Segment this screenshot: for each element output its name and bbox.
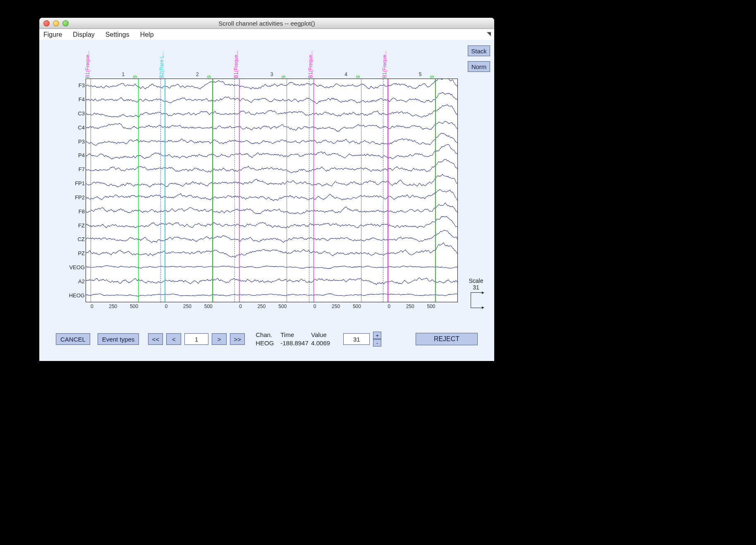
event-line[interactable]	[138, 79, 139, 302]
channel-label-f4[interactable]: F4	[79, 96, 85, 103]
x-tick: 250	[406, 304, 414, 309]
channel-label-f8[interactable]: F8	[79, 208, 85, 215]
wave-c3[interactable]	[86, 105, 457, 117]
wave-pz[interactable]	[86, 243, 457, 257]
reject-button[interactable]: REJECT	[416, 333, 478, 345]
event-line[interactable]	[435, 79, 436, 302]
minimize-icon[interactable]	[53, 20, 59, 26]
amp-minus-button[interactable]: -	[373, 339, 381, 347]
epoch-boundary	[383, 79, 384, 302]
event-9-label: 9	[206, 75, 212, 78]
x-tick: 0	[388, 304, 390, 309]
wave-fp1[interactable]	[86, 174, 457, 187]
wave-f4[interactable]	[86, 92, 457, 103]
channel-label-a2[interactable]: A2	[78, 278, 85, 284]
norm-button[interactable]: Norm	[468, 61, 490, 72]
epoch-number: 2	[196, 72, 199, 77]
scale-label: Scale	[466, 277, 486, 284]
x-tick: 0	[239, 304, 242, 309]
cancel-button[interactable]: CANCEL	[56, 333, 90, 345]
bottom-toolbar: CANCEL Event types << < 1 > >> Chan. Tim…	[39, 325, 494, 354]
menu-help[interactable]: Help	[140, 31, 154, 38]
channel-label-fp1[interactable]: FP1	[75, 180, 85, 186]
channel-label-p4[interactable]: P4	[78, 152, 85, 158]
nav-prev-button[interactable]: <	[166, 333, 181, 345]
menu-settings[interactable]: Settings	[105, 31, 129, 38]
window-title: Scroll channel activities -- eegplot()	[39, 20, 494, 27]
amplitude-input[interactable]: 31	[343, 333, 370, 345]
epoch-boundary	[234, 79, 235, 302]
info-time: -188.8947	[280, 339, 309, 347]
epoch-boundary	[309, 79, 310, 302]
event-9-label: 9	[429, 75, 435, 78]
channel-label-f3[interactable]: F3	[79, 82, 85, 88]
x-tick: 0	[165, 304, 168, 309]
event-label: B2(Rare-L...	[159, 51, 165, 78]
amp-plus-button[interactable]: +	[373, 332, 381, 339]
nav-last-button[interactable]: >>	[230, 333, 245, 345]
scale-value: 31	[466, 284, 486, 291]
epoch-number: 4	[345, 72, 347, 77]
nav-next-button[interactable]: >	[212, 333, 227, 345]
event-line[interactable]	[361, 79, 362, 302]
menu-corner-icon[interactable]: ◥	[487, 31, 491, 37]
menu-display[interactable]: Display	[73, 31, 94, 38]
event-line[interactable]	[287, 79, 287, 302]
titlebar[interactable]: Scroll channel activities -- eegplot()	[39, 18, 494, 29]
epoch-number: 1	[122, 72, 124, 77]
channel-label-f7[interactable]: F7	[79, 166, 85, 172]
wave-p3[interactable]	[86, 133, 457, 146]
event-line[interactable]	[313, 79, 314, 302]
wave-f8[interactable]	[86, 203, 457, 214]
event-line[interactable]	[91, 79, 91, 302]
wave-heog[interactable]	[86, 294, 457, 296]
channel-label-veog[interactable]: VEOG	[69, 264, 85, 270]
nav-position-input[interactable]: 1	[184, 333, 208, 345]
scale-bar-icon	[471, 292, 482, 308]
x-tick: 500	[353, 304, 361, 309]
channel-label-fp2[interactable]: FP2	[75, 194, 85, 201]
event-label: B1(Freque...	[308, 50, 313, 78]
menubar: Figure Display Settings Help ◥	[39, 29, 494, 41]
event-line[interactable]	[212, 79, 213, 302]
channel-label-cz[interactable]: CZ	[78, 236, 85, 242]
x-tick: 250	[332, 304, 340, 309]
event-line[interactable]	[388, 79, 388, 302]
eeg-axes[interactable]: 1025050020250500302505004025050050250500…	[86, 79, 458, 302]
x-tick: 500	[427, 304, 435, 309]
event-line[interactable]	[239, 79, 240, 302]
x-tick: 0	[313, 304, 316, 309]
x-tick: 250	[257, 304, 266, 309]
channel-label-c3[interactable]: C3	[78, 110, 85, 117]
wave-c4[interactable]	[86, 121, 457, 131]
event-9-label: 9	[355, 75, 361, 78]
channel-label-heog[interactable]: HEOG	[69, 292, 85, 299]
epoch-number: 3	[270, 72, 273, 77]
zoom-icon[interactable]	[62, 20, 69, 26]
wave-p4[interactable]	[86, 144, 457, 159]
stack-button[interactable]: Stack	[468, 45, 490, 56]
wave-a2[interactable]	[86, 278, 457, 285]
close-icon[interactable]	[43, 20, 50, 26]
event-types-button[interactable]: Event types	[98, 333, 139, 345]
channel-label-pz[interactable]: PZ	[78, 250, 85, 256]
info-chan: HEOG	[256, 339, 279, 347]
wave-veog[interactable]	[86, 265, 457, 268]
menu-figure[interactable]: Figure	[43, 31, 62, 38]
nav-first-button[interactable]: <<	[148, 333, 163, 345]
plot-area[interactable]: F3F4C3C4P3P4F7FP1FP2F8FZCZPZVEOGA2HEOG 1…	[63, 45, 458, 311]
eegplot-window: Scroll channel activities -- eegplot() F…	[39, 18, 494, 361]
wave-fp2[interactable]	[86, 189, 457, 201]
wave-fz[interactable]	[86, 216, 457, 228]
epoch-number: 5	[419, 72, 422, 77]
wave-f3[interactable]	[86, 79, 457, 89]
event-line[interactable]	[165, 79, 165, 302]
channel-label-p3[interactable]: P3	[78, 139, 85, 145]
channel-label-fz[interactable]: FZ	[78, 222, 85, 229]
x-tick: 0	[91, 304, 93, 309]
channel-label-c4[interactable]: C4	[78, 124, 85, 131]
info-time-label: Time	[280, 331, 309, 339]
wave-cz[interactable]	[86, 230, 457, 243]
event-9-label: 9	[281, 75, 287, 78]
wave-f7[interactable]	[86, 159, 457, 173]
